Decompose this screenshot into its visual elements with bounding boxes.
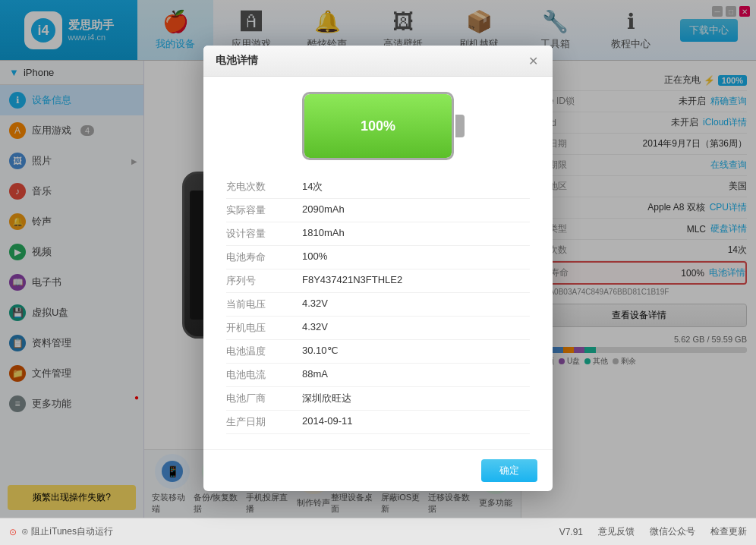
stop-icon: ⊙ bbox=[9, 527, 17, 537]
serial-value: F8Y437421N3FTHLE2 bbox=[302, 274, 530, 288]
boot-voltage-label: 开机电压 bbox=[226, 321, 302, 335]
status-left: ⊙ ⊙ 阻止iTunes自动运行 bbox=[0, 525, 144, 538]
boot-voltage-value: 4.32V bbox=[302, 321, 530, 335]
current-value: 88mA bbox=[302, 368, 530, 382]
manufacturer-label: 电池厂商 bbox=[226, 392, 302, 405]
current-label: 电池电流 bbox=[226, 368, 302, 382]
modal-body: 100% 充电次数 14次 实际容量 2090mAh bbox=[203, 77, 553, 449]
charge-count-detail-value: 14次 bbox=[302, 180, 530, 194]
serial-label: 序列号 bbox=[226, 274, 302, 288]
feedback-button[interactable]: 意见反馈 bbox=[598, 525, 635, 538]
design-cap-label: 设计容量 bbox=[226, 227, 302, 241]
manufacture-date-detail-label: 生产日期 bbox=[226, 415, 302, 429]
detail-row-current-voltage: 当前电压 4.32V bbox=[226, 293, 530, 317]
detail-table: 充电次数 14次 实际容量 2090mAh 设计容量 1810mAh 电池寿命 … bbox=[226, 175, 530, 434]
modal-overlay: 电池详情 ✕ 100% bbox=[0, 0, 756, 518]
temperature-label: 电池温度 bbox=[226, 345, 302, 358]
design-cap-value: 1810mAh bbox=[302, 227, 530, 241]
actual-cap-value: 2090mAh bbox=[302, 203, 530, 217]
current-voltage-label: 当前电压 bbox=[226, 298, 302, 311]
confirm-button[interactable]: 确定 bbox=[481, 459, 537, 482]
battery-detail-modal: 电池详情 ✕ 100% bbox=[203, 46, 553, 491]
detail-row-manufacture-date: 生产日期 2014-09-11 bbox=[226, 411, 530, 434]
battery-visual: 100% bbox=[226, 92, 530, 160]
manufacturer-value: 深圳欣旺达 bbox=[302, 392, 530, 405]
actual-cap-label: 实际容量 bbox=[226, 203, 302, 217]
itunes-label[interactable]: ⊙ 阻止iTunes自动运行 bbox=[21, 525, 113, 538]
detail-row-battery-life: 电池寿命 100% bbox=[226, 246, 530, 269]
status-bar: ⊙ ⊙ 阻止iTunes自动运行 V7.91 意见反馈 微信公众号 检查更新 bbox=[0, 518, 756, 545]
modal-footer: 确定 bbox=[203, 449, 553, 491]
battery-container: 100% bbox=[302, 92, 454, 160]
battery-outer: 100% bbox=[302, 92, 454, 160]
modal-header: 电池详情 ✕ bbox=[203, 46, 553, 77]
status-right: V7.91 意见反馈 微信公众号 检查更新 bbox=[144, 525, 756, 538]
version-label: V7.91 bbox=[559, 527, 583, 537]
battery-pct-label: 100% bbox=[361, 118, 395, 134]
update-button[interactable]: 检查更新 bbox=[710, 525, 747, 538]
battery-life-detail-label: 电池寿命 bbox=[226, 250, 302, 264]
battery-terminal bbox=[455, 115, 465, 137]
charge-count-detail-label: 充电次数 bbox=[226, 180, 302, 194]
manufacture-date-detail-value: 2014-09-11 bbox=[302, 415, 530, 429]
temperature-value: 30.10℃ bbox=[302, 345, 530, 358]
detail-row-temperature: 电池温度 30.10℃ bbox=[226, 340, 530, 364]
current-voltage-value: 4.32V bbox=[302, 298, 530, 311]
detail-row-actual-cap: 实际容量 2090mAh bbox=[226, 199, 530, 222]
battery-fill: 100% bbox=[304, 94, 452, 158]
detail-row-design-cap: 设计容量 1810mAh bbox=[226, 222, 530, 246]
modal-close-button[interactable]: ✕ bbox=[525, 53, 540, 68]
detail-row-manufacturer: 电池厂商 深圳欣旺达 bbox=[226, 387, 530, 411]
wechat-button[interactable]: 微信公众号 bbox=[650, 525, 695, 538]
detail-row-serial: 序列号 F8Y437421N3FTHLE2 bbox=[226, 269, 530, 293]
battery-life-detail-value: 100% bbox=[302, 250, 530, 264]
detail-row-current: 电池电流 88mA bbox=[226, 364, 530, 387]
modal-title: 电池详情 bbox=[216, 54, 258, 68]
detail-row-boot-voltage: 开机电压 4.32V bbox=[226, 317, 530, 340]
detail-row-charge-count: 充电次数 14次 bbox=[226, 175, 530, 199]
